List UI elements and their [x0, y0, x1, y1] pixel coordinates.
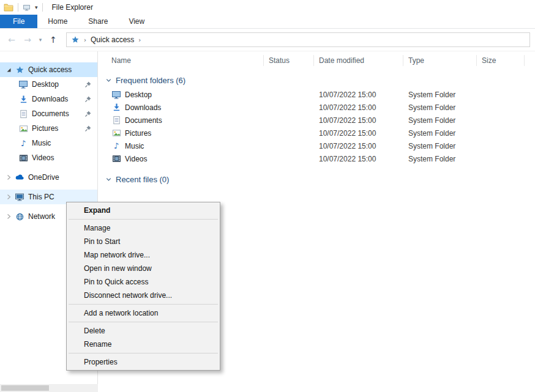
tab-share[interactable]: Share	[78, 15, 118, 28]
tab-home[interactable]: Home	[37, 15, 78, 28]
music-icon: ♪	[18, 138, 28, 148]
file-type: System Folder	[403, 116, 477, 125]
address-bar[interactable]: › Quick access ›	[66, 32, 530, 47]
menu-item-disconnect-network-drive[interactable]: Disconnect network drive...	[68, 289, 219, 302]
downloads-icon	[18, 94, 28, 104]
file-type: System Folder	[403, 91, 477, 99]
desktop-icon	[111, 90, 121, 100]
recent-locations-dropdown-icon[interactable]: ▾	[36, 32, 45, 47]
quick-access-toolbar-button[interactable]	[23, 4, 31, 12]
sidebar-item-label: Quick access	[28, 65, 72, 74]
scrollbar-thumb[interactable]	[1, 385, 49, 391]
frequent-folders-rows: Desktop 10/07/2022 15:00 System Folder D…	[98, 88, 535, 165]
sidebar-item-label: Desktop	[32, 80, 59, 89]
group-header-frequent-folders[interactable]: Frequent folders (6)	[98, 73, 535, 87]
pin-icon	[84, 95, 92, 103]
sidebar-item-downloads[interactable]: Downloads	[0, 92, 97, 106]
pictures-icon	[111, 128, 121, 138]
window-title: File Explorer	[52, 3, 93, 12]
menu-separator	[69, 322, 218, 322]
file-row-videos[interactable]: Videos 10/07/2022 15:00 System Folder	[98, 152, 535, 165]
sidebar-item-label: OneDrive	[28, 173, 59, 182]
forward-button[interactable]: →	[20, 32, 36, 47]
downloads-icon	[111, 103, 121, 113]
column-header-name[interactable]: Name	[98, 55, 264, 66]
file-name: Pictures	[125, 129, 151, 138]
context-menu: Expand Manage Pin to Start Map network d…	[66, 202, 220, 371]
group-header-recent-files[interactable]: Recent files (0)	[98, 172, 535, 186]
file-date-modified: 10/07/2022 15:00	[314, 142, 403, 150]
file-date-modified: 10/07/2022 15:00	[314, 116, 403, 125]
sidebar-item-label: Music	[32, 139, 51, 147]
file-explorer-window: ▾ File Explorer File Home Share View ← →…	[0, 0, 535, 392]
sidebar-section-gap	[0, 165, 97, 170]
music-icon: ♪	[111, 141, 121, 151]
menu-item-open-in-new-window[interactable]: Open in new window	[68, 262, 219, 275]
breadcrumb-chevron-icon-2[interactable]: ›	[138, 37, 141, 43]
qat-dropdown-icon[interactable]: ▾	[35, 4, 38, 10]
column-header-type[interactable]: Type	[403, 55, 477, 66]
tab-view[interactable]: View	[118, 15, 155, 28]
sidebar-item-onedrive[interactable]: OneDrive	[0, 170, 97, 185]
menu-separator	[69, 304, 218, 305]
group-chevron-icon[interactable]	[105, 176, 112, 183]
sidebar-item-videos[interactable]: Videos	[0, 150, 97, 165]
menu-item-pin-to-quick-access[interactable]: Pin to Quick access	[68, 275, 219, 289]
sidebar-item-label: Pictures	[32, 124, 58, 133]
menu-item-rename[interactable]: Rename	[68, 338, 219, 351]
group-header-label: Frequent folders (6)	[116, 76, 185, 85]
menu-item-properties[interactable]: Properties	[68, 355, 219, 369]
expanded-chevron-icon[interactable]	[5, 66, 15, 73]
app-folder-icon	[4, 2, 13, 12]
title-bar: ▾ File Explorer	[0, 0, 535, 15]
collapsed-chevron-icon[interactable]	[5, 213, 15, 220]
pictures-icon	[18, 124, 28, 133]
sidebar-item-documents[interactable]: Documents	[0, 106, 97, 121]
file-type: System Folder	[403, 155, 477, 163]
sidebar-item-music[interactable]: ♪ Music	[0, 136, 97, 150]
quick-access-star-icon	[71, 35, 80, 44]
menu-item-manage[interactable]: Manage	[68, 221, 219, 235]
onedrive-cloud-icon	[15, 172, 24, 182]
up-button[interactable]: ↑	[45, 32, 61, 47]
titlebar-separator	[18, 3, 18, 12]
sidebar-item-label: Network	[28, 212, 55, 221]
sidebar-item-pictures[interactable]: Pictures	[0, 121, 97, 136]
back-button[interactable]: ←	[4, 32, 20, 47]
breadcrumb-chevron-icon[interactable]: ›	[84, 37, 86, 43]
column-header-status[interactable]: Status	[264, 55, 314, 66]
column-header-date-modified[interactable]: Date modified	[314, 55, 403, 66]
collapsed-chevron-icon[interactable]	[5, 174, 15, 181]
nav-pane-horizontal-scrollbar[interactable]	[0, 384, 98, 392]
group-chevron-icon[interactable]	[105, 77, 112, 84]
menu-item-map-network-drive[interactable]: Map network drive...	[68, 248, 219, 262]
file-name: Desktop	[125, 91, 152, 99]
file-row-pictures[interactable]: Pictures 10/07/2022 15:00 System Folder	[98, 127, 535, 139]
column-header-size[interactable]: Size	[477, 55, 525, 66]
breadcrumb-location[interactable]: Quick access	[91, 35, 134, 44]
videos-icon	[111, 154, 121, 164]
file-row-downloads[interactable]: Downloads 10/07/2022 15:00 System Folder	[98, 101, 535, 114]
sidebar-item-desktop[interactable]: Desktop	[0, 77, 97, 92]
file-name: Documents	[125, 116, 162, 125]
tab-file[interactable]: File	[0, 15, 37, 28]
menu-item-add-network-location[interactable]: Add a network location	[68, 306, 219, 320]
file-row-documents[interactable]: Documents 10/07/2022 15:00 System Folder	[98, 114, 535, 127]
documents-icon	[111, 116, 121, 125]
file-row-desktop[interactable]: Desktop 10/07/2022 15:00 System Folder	[98, 88, 535, 101]
file-row-music[interactable]: ♪ Music 10/07/2022 15:00 System Folder	[98, 139, 535, 152]
sidebar-item-label: Documents	[32, 109, 69, 118]
sidebar-item-label: Videos	[32, 153, 54, 162]
sidebar-item-quick-access[interactable]: Quick access	[0, 62, 97, 77]
menu-item-expand[interactable]: Expand	[68, 204, 219, 217]
navigation-bar: ← → ▾ ↑ › Quick access ›	[0, 29, 535, 51]
sidebar-item-label: Downloads	[32, 95, 68, 103]
quick-access-star-icon	[15, 65, 24, 75]
collapsed-chevron-icon[interactable]	[5, 193, 15, 201]
pin-icon	[84, 125, 92, 132]
titlebar-separator-2	[42, 3, 43, 12]
pin-icon	[84, 81, 92, 88]
menu-item-pin-to-start[interactable]: Pin to Start	[68, 235, 219, 248]
menu-item-delete[interactable]: Delete	[68, 324, 219, 338]
menu-separator	[69, 353, 218, 353]
